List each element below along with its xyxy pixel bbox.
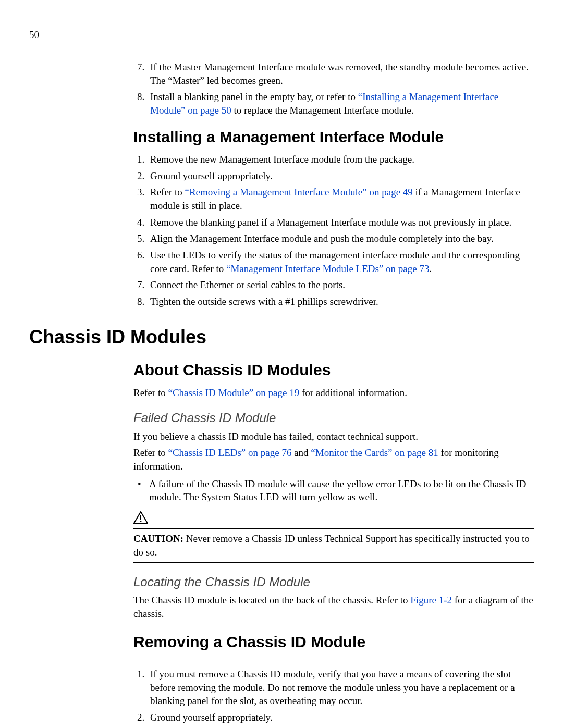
failed-p2: Refer to “Chassis ID LEDs” on page 76 an… [133,446,534,473]
heading-install-mim: Installing a Management Interface Module [133,127,534,148]
link-mim-leds[interactable]: “Management Interface Module LEDs” on pa… [226,263,429,274]
heading-failed-chassis-id: Failed Chassis ID Module [133,410,534,426]
install-step-4-text: Remove the blanking panel if a Managemen… [150,217,511,228]
install-step-3: Refer to “Removing a Management Interfac… [147,186,534,212]
failed-bullet: A failure of the Chassis ID module will … [133,477,534,504]
locating-p: The Chassis ID module is located on the … [133,594,534,620]
install-step-2: Ground yourself appropriately. [147,169,534,183]
caution-label: CAUTION: [133,533,183,544]
failed-p2-a: Refer to [133,447,168,458]
link-monitor-cards[interactable]: “Monitor the Cards” on page 81 [311,447,438,458]
locating-p-a: The Chassis ID module is located on the … [133,595,410,606]
link-figure-1-2[interactable]: Figure 1-2 [410,595,452,606]
install-step-7-text: Connect the Ethernet or serial cables to… [150,279,345,290]
caution-icon [133,511,534,527]
step-8-text-a: Install a blanking panel in the empty ba… [150,91,358,102]
install-step-6-b: . [429,263,432,274]
failed-p1: If you believe a chassis ID module has f… [133,430,534,443]
step-8-text-b: to replace the Management Interface modu… [231,105,414,116]
page-number: 50 [29,28,39,42]
install-step-3-a: Refer to [150,187,185,198]
about-p1-b: for additional information. [299,387,407,398]
svg-point-2 [140,521,142,522]
install-step-5: Align the Management Interface module an… [147,232,534,245]
install-step-7: Connect the Ethernet or serial cables to… [147,278,534,292]
install-step-1: Remove the new Management Interface modu… [147,153,534,166]
install-step-4: Remove the blanking panel if a Managemen… [147,216,534,229]
page-content: If the Master Management Interface modul… [29,57,534,727]
heading-about-chassis-id: About Chassis ID Modules [133,360,534,381]
link-remove-mim[interactable]: “Removing a Management Interface Module”… [185,187,412,198]
step-7: If the Master Management Interface modul… [147,60,534,87]
install-step-6: Use the LEDs to verify the status of the… [147,249,534,275]
install-step-1-text: Remove the new Management Interface modu… [150,154,414,165]
remove-step-1-text: If you must remove a Chassis ID module, … [150,669,515,706]
install-step-5-text: Align the Management Interface module an… [150,233,494,244]
top-list-continued: If the Master Management Interface modul… [133,60,534,117]
remove-step-2-text: Ground yourself appropriately. [150,712,273,723]
step-7-text: If the Master Management Interface modul… [150,61,529,86]
caution-body: Never remove a Chassis ID unless Technic… [133,533,530,558]
link-chassis-id-leds[interactable]: “Chassis ID LEDs” on page 76 [168,447,291,458]
heading-chassis-id-modules: Chassis ID Modules [29,325,534,350]
install-step-8-text: Tighten the outside screws with a #1 phi… [150,296,378,307]
heading-locating-chassis-id: Locating the Chassis ID Module [133,574,534,590]
install-step-8: Tighten the outside screws with a #1 phi… [147,295,534,309]
heading-removing-chassis-id: Removing a Chassis ID Module [133,632,534,653]
remove-step-2: Ground yourself appropriately. [147,711,534,724]
caution-text: CAUTION: Never remove a Chassis ID unles… [133,532,534,559]
caution-rule-top [133,528,534,529]
link-chassis-id-module[interactable]: “Chassis ID Module” on page 19 [168,387,299,398]
caution-block: CAUTION: Never remove a Chassis ID unles… [133,511,534,563]
failed-bullet-text: A failure of the Chassis ID module will … [149,478,526,503]
caution-rule-bottom [133,562,534,563]
remove-step-1: If you must remove a Chassis ID module, … [147,668,534,708]
about-p1-a: Refer to [133,387,168,398]
install-step-2-text: Ground yourself appropriately. [150,170,273,181]
step-8: Install a blanking panel in the empty ba… [147,90,534,117]
about-paragraph: Refer to “Chassis ID Module” on page 19 … [133,386,534,400]
failed-p2-mid: and [291,447,311,458]
